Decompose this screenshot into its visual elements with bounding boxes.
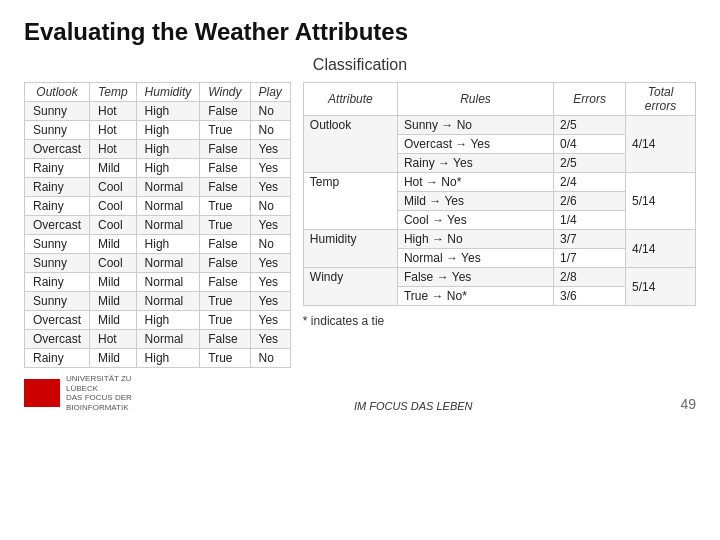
- total-errors-cell: 5/14: [626, 268, 696, 306]
- rule-cell: False → Yes: [397, 268, 553, 287]
- table-row: SunnyMildHighFalseNo: [25, 235, 291, 254]
- table-cell: Mild: [90, 311, 137, 330]
- table-cell: High: [136, 235, 200, 254]
- col-header-play: Play: [250, 83, 290, 102]
- table-cell: Normal: [136, 254, 200, 273]
- page-title: Evaluating the Weather Attributes: [24, 18, 696, 46]
- errors-cell: 0/4: [554, 135, 626, 154]
- table-cell: Hot: [90, 140, 137, 159]
- table-row: OvercastHotNormalFalseYes: [25, 330, 291, 349]
- col-header-rules: Rules: [397, 83, 553, 116]
- rule-cell: Normal → Yes: [397, 249, 553, 268]
- table-cell: Sunny: [25, 235, 90, 254]
- table-cell: No: [250, 102, 290, 121]
- table-row: RainyCoolNormalFalseYes: [25, 178, 291, 197]
- total-errors-cell: 4/14: [626, 230, 696, 268]
- table-cell: Normal: [136, 330, 200, 349]
- table-row: SunnyCoolNormalFalseYes: [25, 254, 291, 273]
- table-cell: No: [250, 121, 290, 140]
- col-header-outlook: Outlook: [25, 83, 90, 102]
- table-row: RainyCoolNormalTrueNo: [25, 197, 291, 216]
- table-cell: Rainy: [25, 197, 90, 216]
- table-cell: False: [200, 235, 250, 254]
- table-cell: False: [200, 178, 250, 197]
- attribute-cell: Outlook: [303, 116, 397, 173]
- rule-row: OutlookSunny → No2/54/14: [303, 116, 695, 135]
- table-cell: False: [200, 102, 250, 121]
- table-cell: High: [136, 311, 200, 330]
- table-cell: True: [200, 311, 250, 330]
- table-cell: High: [136, 102, 200, 121]
- table-cell: Mild: [90, 235, 137, 254]
- table-header-row: Outlook Temp Humidity Windy Play: [25, 83, 291, 102]
- table-cell: Mild: [90, 292, 137, 311]
- table-cell: No: [250, 349, 290, 368]
- university-text: UNIVERSITÄT ZU LÜBECKDAS FOCUS DER BIOIN…: [66, 374, 146, 412]
- col-header-errors: Errors: [554, 83, 626, 116]
- table-cell: True: [200, 292, 250, 311]
- table-cell: No: [250, 235, 290, 254]
- col-header-humidity: Humidity: [136, 83, 200, 102]
- right-table-container: Attribute Rules Errors Totalerrors Outlo…: [303, 82, 696, 328]
- table-cell: Mild: [90, 349, 137, 368]
- table-cell: Overcast: [25, 311, 90, 330]
- footnote: * indicates a tie: [303, 314, 696, 328]
- rule-row: HumidityHigh → No3/74/14: [303, 230, 695, 249]
- table-cell: Rainy: [25, 159, 90, 178]
- table-cell: Hot: [90, 330, 137, 349]
- table-cell: No: [250, 197, 290, 216]
- table-row: SunnyHotHighTrueNo: [25, 121, 291, 140]
- university-logo: UNIVERSITÄT ZU LÜBECKDAS FOCUS DER BIOIN…: [24, 374, 146, 412]
- table-row: OvercastHotHighFalseYes: [25, 140, 291, 159]
- table-row: RainyMildHighFalseYes: [25, 159, 291, 178]
- errors-cell: 3/6: [554, 287, 626, 306]
- table-cell: Yes: [250, 330, 290, 349]
- table-cell: Cool: [90, 178, 137, 197]
- table-cell: High: [136, 349, 200, 368]
- rule-row: WindyFalse → Yes2/85/14: [303, 268, 695, 287]
- table-row: RainyMildNormalFalseYes: [25, 273, 291, 292]
- total-errors-cell: 5/14: [626, 173, 696, 230]
- table-cell: Cool: [90, 254, 137, 273]
- rule-row: TempHot → No*2/45/14: [303, 173, 695, 192]
- errors-cell: 2/5: [554, 154, 626, 173]
- table-cell: False: [200, 159, 250, 178]
- page-number: 49: [680, 396, 696, 412]
- rule-cell: Overcast → Yes: [397, 135, 553, 154]
- table-cell: Sunny: [25, 102, 90, 121]
- table-cell: Normal: [136, 197, 200, 216]
- col-header-attribute: Attribute: [303, 83, 397, 116]
- errors-cell: 2/5: [554, 116, 626, 135]
- table-row: OvercastCoolNormalTrueYes: [25, 216, 291, 235]
- table-cell: Normal: [136, 292, 200, 311]
- table-cell: True: [200, 349, 250, 368]
- table-cell: Yes: [250, 273, 290, 292]
- rule-cell: Rainy → Yes: [397, 154, 553, 173]
- errors-cell: 3/7: [554, 230, 626, 249]
- table-cell: Sunny: [25, 121, 90, 140]
- attribute-cell: Humidity: [303, 230, 397, 268]
- table-cell: Cool: [90, 216, 137, 235]
- right-table-header-row: Attribute Rules Errors Totalerrors: [303, 83, 695, 116]
- rule-cell: High → No: [397, 230, 553, 249]
- errors-cell: 1/7: [554, 249, 626, 268]
- rule-cell: Sunny → No: [397, 116, 553, 135]
- classification-rules-table: Attribute Rules Errors Totalerrors Outlo…: [303, 82, 696, 306]
- rule-cell: Hot → No*: [397, 173, 553, 192]
- table-cell: True: [200, 197, 250, 216]
- col-header-windy: Windy: [200, 83, 250, 102]
- table-cell: Normal: [136, 178, 200, 197]
- attribute-cell: Windy: [303, 268, 397, 306]
- rule-cell: Cool → Yes: [397, 211, 553, 230]
- rule-cell: Mild → Yes: [397, 192, 553, 211]
- table-row: SunnyHotHighFalseNo: [25, 102, 291, 121]
- table-cell: Normal: [136, 216, 200, 235]
- table-cell: False: [200, 254, 250, 273]
- im-focus-label: IM FOCUS DAS LEBEN: [354, 400, 473, 412]
- errors-cell: 2/6: [554, 192, 626, 211]
- errors-cell: 1/4: [554, 211, 626, 230]
- table-cell: False: [200, 140, 250, 159]
- table-cell: Mild: [90, 159, 137, 178]
- attribute-cell: Temp: [303, 173, 397, 230]
- table-cell: High: [136, 140, 200, 159]
